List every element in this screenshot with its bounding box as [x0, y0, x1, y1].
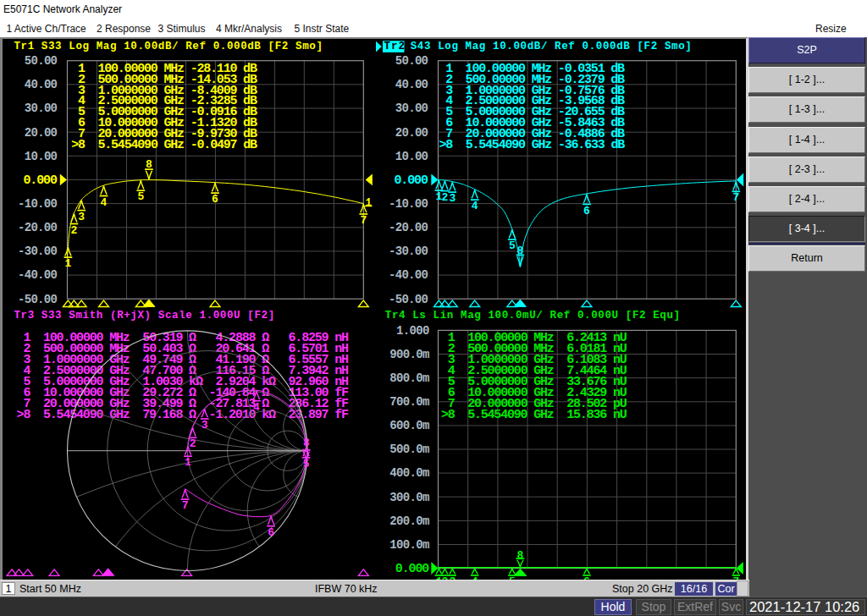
svg-text:-10.00: -10.00 — [18, 197, 58, 211]
svg-text:-30.00: -30.00 — [18, 245, 58, 258]
svg-text:100.0m: 100.0m — [389, 538, 429, 552]
svg-text:>8 5.5454090 GHz 15.836 nU: >8 5.5454090 GHz 15.836 nU — [441, 408, 627, 422]
svg-text:8: 8 — [516, 245, 523, 257]
svg-text:1: 1 — [366, 197, 373, 209]
svg-text:-30.00: -30.00 — [389, 245, 428, 258]
svg-text:200.0m: 200.0m — [389, 514, 429, 528]
svg-text:5: 5 — [137, 190, 144, 203]
svg-text:7: 7 — [732, 191, 739, 204]
svg-text:30.00: 30.00 — [25, 102, 58, 115]
svg-text:50.00: 50.00 — [395, 54, 428, 68]
svg-text:30.00: 30.00 — [395, 102, 428, 115]
svg-text:400.0m: 400.0m — [389, 466, 429, 480]
svg-text:40.00: 40.00 — [25, 78, 58, 91]
svg-text:>8 5.5454090 GHz -36.633 dB: >8 5.5454090 GHz -36.633 dB — [439, 138, 625, 152]
svg-text:Tr2: Tr2 — [384, 41, 405, 52]
svg-text:7: 7 — [360, 214, 367, 227]
svg-text:4: 4 — [101, 196, 108, 209]
svg-text:600.0m: 600.0m — [389, 419, 429, 432]
svg-text:6: 6 — [268, 526, 274, 539]
svg-text:Tr1 S33 Log Mag 10.00dB/ Ref 0: Tr1 S33 Log Mag 10.00dB/ Ref 0.000dB [F2… — [14, 41, 323, 52]
svg-text:6: 6 — [212, 193, 218, 206]
svg-text:-10.00: -10.00 — [389, 197, 428, 211]
svg-text:8: 8 — [516, 549, 523, 562]
svg-text:4: 4 — [253, 401, 260, 414]
svg-text:300.0m: 300.0m — [389, 491, 429, 504]
svg-text:8: 8 — [146, 158, 152, 171]
svg-text:1: 1 — [185, 456, 191, 469]
svg-text:1: 1 — [64, 257, 71, 270]
svg-text:2: 2 — [441, 191, 448, 204]
svg-text:4: 4 — [472, 200, 478, 212]
svg-text:-50.00: -50.00 — [18, 293, 58, 306]
svg-text:6: 6 — [583, 205, 590, 217]
svg-text:-40.00: -40.00 — [18, 268, 58, 282]
svg-text:700.0m: 700.0m — [389, 395, 429, 409]
svg-text:8: 8 — [303, 437, 310, 449]
svg-text:3: 3 — [449, 192, 456, 205]
svg-text:7: 7 — [182, 499, 189, 512]
svg-text:40.00: 40.00 — [395, 78, 428, 91]
svg-text:20.00: 20.00 — [395, 126, 428, 140]
svg-text:Tr3 S33 Smith (R+jX) Scale 1.0: Tr3 S33 Smith (R+jX) Scale 1.000U [F2] — [14, 310, 274, 322]
svg-text:-50.00: -50.00 — [389, 293, 428, 306]
svg-text:2: 2 — [70, 224, 77, 237]
svg-text:Tr4 Ls Lin Mag 100.0mU/ Ref 0.: Tr4 Ls Lin Mag 100.0mU/ Ref 0.000U [F2 E… — [385, 310, 680, 322]
svg-text:-20.00: -20.00 — [389, 221, 428, 234]
svg-text:20.00: 20.00 — [25, 126, 58, 140]
svg-text:3: 3 — [202, 419, 208, 432]
svg-text:>8 5.5454090 GHz -0.0497 dB: >8 5.5454090 GHz -0.0497 dB — [71, 138, 257, 152]
svg-text:-40.00: -40.00 — [389, 268, 428, 282]
svg-text:10.00: 10.00 — [395, 150, 428, 163]
svg-text:0.000: 0.000 — [24, 173, 58, 188]
svg-text:-20.00: -20.00 — [18, 221, 58, 234]
svg-text:1.000: 1.000 — [396, 324, 429, 338]
svg-text:2: 2 — [190, 437, 196, 450]
svg-text:3: 3 — [78, 211, 85, 223]
svg-text:0.000: 0.000 — [395, 562, 430, 576]
svg-text:10.00: 10.00 — [25, 150, 58, 163]
svg-text:900.0m: 900.0m — [389, 348, 429, 361]
svg-text:800.0m: 800.0m — [389, 371, 429, 385]
svg-text:500.0m: 500.0m — [389, 443, 429, 456]
svg-text:0.000: 0.000 — [395, 173, 429, 188]
svg-text:5: 5 — [509, 239, 516, 252]
svg-text:S43 Log Mag 10.00dB/ Ref 0.000: S43 Log Mag 10.00dB/ Ref 0.000dB [F2 Smo… — [411, 41, 692, 52]
svg-text:50.00: 50.00 — [25, 54, 58, 68]
